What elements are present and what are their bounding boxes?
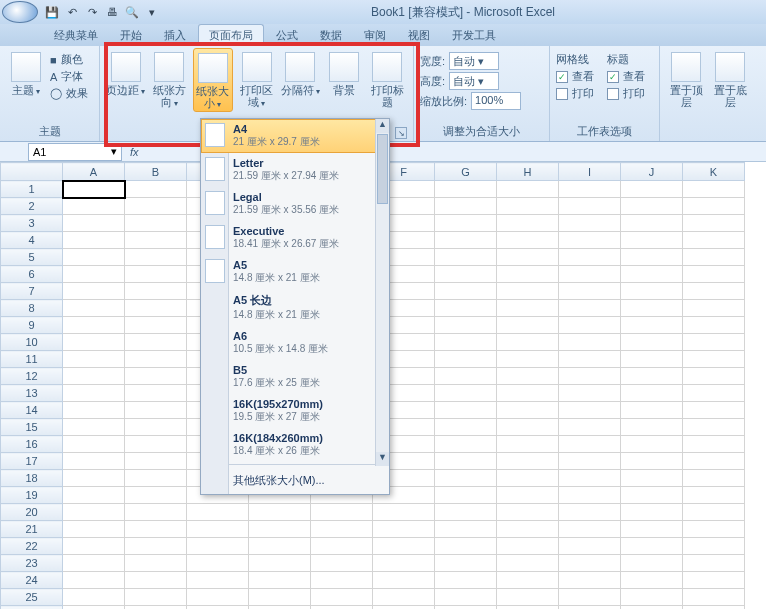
cell-C22[interactable] bbox=[187, 538, 249, 555]
cell-A11[interactable] bbox=[63, 351, 125, 368]
cell-K11[interactable] bbox=[683, 351, 745, 368]
row-header-1[interactable]: 1 bbox=[1, 181, 63, 198]
cell-I8[interactable] bbox=[559, 300, 621, 317]
cell-J13[interactable] bbox=[621, 385, 683, 402]
cell-G17[interactable] bbox=[435, 453, 497, 470]
cell-E25[interactable] bbox=[311, 589, 373, 606]
cell-H3[interactable] bbox=[497, 215, 559, 232]
cell-B20[interactable] bbox=[125, 504, 187, 521]
cell-J17[interactable] bbox=[621, 453, 683, 470]
cell-I2[interactable] bbox=[559, 198, 621, 215]
cell-G9[interactable] bbox=[435, 317, 497, 334]
cell-K9[interactable] bbox=[683, 317, 745, 334]
tab-1[interactable]: 开始 bbox=[110, 25, 152, 46]
paper-size-option-5[interactable]: A5 长边14.8 厘米 x 21 厘米 bbox=[201, 289, 389, 326]
cell-I24[interactable] bbox=[559, 572, 621, 589]
themes-button[interactable]: 主题 bbox=[6, 48, 46, 98]
cell-B16[interactable] bbox=[125, 436, 187, 453]
row-header-14[interactable]: 14 bbox=[1, 402, 63, 419]
cell-H23[interactable] bbox=[497, 555, 559, 572]
office-button[interactable] bbox=[2, 1, 38, 23]
cell-K26[interactable] bbox=[683, 606, 745, 610]
paper-size-option-7[interactable]: B517.6 厘米 x 25 厘米 bbox=[201, 360, 389, 394]
cell-A4[interactable] bbox=[63, 232, 125, 249]
background-button[interactable]: 背景 bbox=[324, 48, 364, 96]
tab-2[interactable]: 插入 bbox=[154, 25, 196, 46]
cell-H24[interactable] bbox=[497, 572, 559, 589]
tab-3[interactable]: 页面布局 bbox=[198, 24, 264, 46]
print-titles-button[interactable]: 打印标题 bbox=[367, 48, 407, 108]
cell-H11[interactable] bbox=[497, 351, 559, 368]
cell-G26[interactable] bbox=[435, 606, 497, 610]
cell-A5[interactable] bbox=[63, 249, 125, 266]
page-setup-dialog-launcher[interactable]: ↘ bbox=[395, 127, 407, 139]
cell-H7[interactable] bbox=[497, 283, 559, 300]
cell-K5[interactable] bbox=[683, 249, 745, 266]
cell-H16[interactable] bbox=[497, 436, 559, 453]
cell-A21[interactable] bbox=[63, 521, 125, 538]
cell-A23[interactable] bbox=[63, 555, 125, 572]
cell-E23[interactable] bbox=[311, 555, 373, 572]
cell-D23[interactable] bbox=[249, 555, 311, 572]
fonts-button[interactable]: A 字体 bbox=[50, 69, 88, 84]
cell-J20[interactable] bbox=[621, 504, 683, 521]
cell-I21[interactable] bbox=[559, 521, 621, 538]
cell-J22[interactable] bbox=[621, 538, 683, 555]
cell-I15[interactable] bbox=[559, 419, 621, 436]
cell-F20[interactable] bbox=[373, 504, 435, 521]
cell-B13[interactable] bbox=[125, 385, 187, 402]
cell-K12[interactable] bbox=[683, 368, 745, 385]
cell-F22[interactable] bbox=[373, 538, 435, 555]
cell-J16[interactable] bbox=[621, 436, 683, 453]
paper-size-option-6[interactable]: A610.5 厘米 x 14.8 厘米 bbox=[201, 326, 389, 360]
headings-print-checkbox[interactable] bbox=[607, 88, 619, 100]
cell-K3[interactable] bbox=[683, 215, 745, 232]
cell-I1[interactable] bbox=[559, 181, 621, 198]
cell-K2[interactable] bbox=[683, 198, 745, 215]
scroll-thumb[interactable] bbox=[377, 134, 388, 204]
cell-B1[interactable] bbox=[125, 181, 187, 198]
cell-E21[interactable] bbox=[311, 521, 373, 538]
cell-K15[interactable] bbox=[683, 419, 745, 436]
redo-icon[interactable]: ↷ bbox=[84, 4, 100, 20]
col-header-G[interactable]: G bbox=[435, 163, 497, 181]
print-icon[interactable]: 🖶 bbox=[104, 4, 120, 20]
cell-K10[interactable] bbox=[683, 334, 745, 351]
tab-7[interactable]: 视图 bbox=[398, 25, 440, 46]
cell-C25[interactable] bbox=[187, 589, 249, 606]
cell-A26[interactable] bbox=[63, 606, 125, 610]
gridlines-print-checkbox[interactable] bbox=[556, 88, 568, 100]
cell-C23[interactable] bbox=[187, 555, 249, 572]
row-header-13[interactable]: 13 bbox=[1, 385, 63, 402]
cell-H20[interactable] bbox=[497, 504, 559, 521]
row-header-18[interactable]: 18 bbox=[1, 470, 63, 487]
cell-G1[interactable] bbox=[435, 181, 497, 198]
cell-H10[interactable] bbox=[497, 334, 559, 351]
row-header-24[interactable]: 24 bbox=[1, 572, 63, 589]
cell-J3[interactable] bbox=[621, 215, 683, 232]
name-box[interactable]: A1▾ bbox=[28, 143, 122, 161]
cell-A25[interactable] bbox=[63, 589, 125, 606]
cell-I4[interactable] bbox=[559, 232, 621, 249]
cell-J2[interactable] bbox=[621, 198, 683, 215]
qat-more-icon[interactable]: ▾ bbox=[144, 4, 160, 20]
cell-K18[interactable] bbox=[683, 470, 745, 487]
cell-G12[interactable] bbox=[435, 368, 497, 385]
cell-G4[interactable] bbox=[435, 232, 497, 249]
cell-K23[interactable] bbox=[683, 555, 745, 572]
margins-button[interactable]: 页边距 bbox=[106, 48, 146, 98]
effects-button[interactable]: ◯ 效果 bbox=[50, 86, 88, 101]
cell-I5[interactable] bbox=[559, 249, 621, 266]
row-header-17[interactable]: 17 bbox=[1, 453, 63, 470]
cell-I19[interactable] bbox=[559, 487, 621, 504]
cell-A6[interactable] bbox=[63, 266, 125, 283]
cell-J26[interactable] bbox=[621, 606, 683, 610]
cell-D26[interactable] bbox=[249, 606, 311, 610]
paper-size-option-2[interactable]: Legal21.59 厘米 x 35.56 厘米 bbox=[201, 187, 389, 221]
cell-F26[interactable] bbox=[373, 606, 435, 610]
save-icon[interactable]: 💾 bbox=[44, 4, 60, 20]
col-header-I[interactable]: I bbox=[559, 163, 621, 181]
cell-J12[interactable] bbox=[621, 368, 683, 385]
headings-view-checkbox[interactable]: ✓ bbox=[607, 71, 619, 83]
cell-B6[interactable] bbox=[125, 266, 187, 283]
